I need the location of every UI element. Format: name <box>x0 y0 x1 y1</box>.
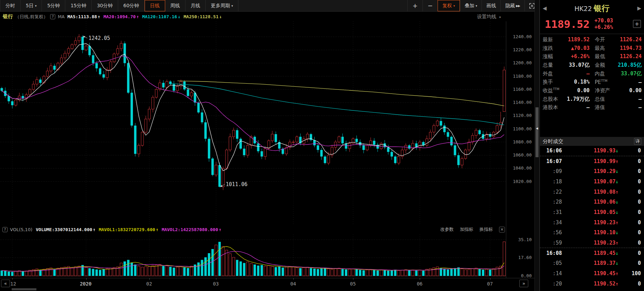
trade-row[interactable]: :201190.52↑0 <box>540 279 644 289</box>
tab-15分钟[interactable]: 15分钟 <box>65 0 92 11</box>
trade-row[interactable]: :281190.06↓0 <box>540 197 644 207</box>
chevron-down-icon: ▾ <box>453 4 455 8</box>
help-icon[interactable]: ? <box>50 14 55 19</box>
tab-30分钟[interactable]: 30分钟 <box>92 0 118 11</box>
stat-cell: PETTM— <box>592 79 644 85</box>
换指标-button[interactable]: 换指标 <box>479 226 493 233</box>
close-indicator-icon[interactable]: × <box>499 227 505 233</box>
indicator-text: MA120:1107.16 <box>142 14 177 19</box>
up-arrow-icon: ↑ <box>615 281 620 287</box>
quote-panel: ◀ HK22 银行 ▶ 1189.52 +70.03 +6.26% + 最新11… <box>539 0 644 291</box>
隐藏-button[interactable]: 隐藏▶▶ <box>500 0 524 11</box>
stat-label: 换手 <box>543 79 553 85</box>
trade-volume: 0 <box>620 229 641 236</box>
quote-title: HK22 银行 <box>550 3 635 14</box>
volume-plot[interactable] <box>0 235 506 278</box>
axis-tick <box>86 278 87 280</box>
detail-button[interactable]: 详 <box>634 138 641 145</box>
stats-grid: 最新1189.52今开1126.24涨跌▲70.03最高1194.73涨幅+6.… <box>540 35 644 112</box>
tab-分时[interactable]: 分时 <box>0 0 21 11</box>
chart-region: 分时5日▾5分钟15分钟30分钟60分钟日线周线月线更多周期▾ +−复权▾叠加▾… <box>0 0 539 291</box>
down-arrow-icon: ↓ <box>615 179 620 184</box>
trade-volume: 0 <box>620 168 641 174</box>
tab-月线[interactable]: 月线 <box>185 0 206 11</box>
volume-axis-label: 35.10 <box>508 237 532 242</box>
trade-price: 1190.05 <box>572 209 615 215</box>
trade-row[interactable]: :051189.37↓0 <box>540 258 644 269</box>
画线-button[interactable]: 画线 <box>482 0 500 11</box>
trade-row[interactable]: :221190.08↑0 <box>540 187 644 197</box>
stat-label: 净资产 <box>595 87 610 94</box>
ma-settings-label: 设置均线 <box>477 14 496 19</box>
date-axis-label: 12 <box>10 281 16 287</box>
volume-header: ? VOL(5,10) VOLUME:3307012144.000↑MAVOL1… <box>0 224 539 235</box>
scrollbar-thumb[interactable] <box>535 107 539 157</box>
scroll-left-button[interactable]: « <box>1 280 10 287</box>
tab-周线[interactable]: 周线 <box>165 0 185 11</box>
stat-value: 33.07亿 <box>621 71 642 77</box>
tab-60分钟[interactable]: 60分钟 <box>118 0 145 11</box>
down-arrow-icon: ↓ <box>615 260 620 266</box>
trade-price: 1190.52 <box>572 281 615 287</box>
tab-5日[interactable]: 5日▾ <box>21 0 42 11</box>
trade-row[interactable]: :141190.45↑100 <box>540 268 644 279</box>
scroll-right-button[interactable]: » <box>519 280 528 287</box>
ma-settings-button[interactable]: 设置均线 ▾ <box>477 14 501 20</box>
toolbar-actions: +−复权▾叠加▾画线隐藏▶▶ <box>407 0 539 11</box>
trade-row[interactable]: :311190.05↓0 <box>540 207 644 217</box>
stat-cell: 外盘— <box>540 71 592 77</box>
stat-label: 总股本 <box>543 96 558 103</box>
prev-stock-arrow-icon[interactable]: ◀ <box>540 5 550 11</box>
叠加-button[interactable]: 叠加▾ <box>460 0 482 11</box>
horizontal-scrollbar-thumb[interactable] <box>12 288 36 290</box>
volume-indicator-label: VOL(5,10) <box>10 227 32 232</box>
复权-button[interactable]: 复权▾ <box>438 0 460 11</box>
trade-volume: 0 <box>620 219 641 226</box>
stat-label: 外盘 <box>543 71 553 77</box>
zoom-in-button[interactable]: + <box>407 0 422 11</box>
tab-日线[interactable]: 日线 <box>145 0 165 11</box>
stat-label: 涨幅 <box>543 53 553 60</box>
tab-5分钟[interactable]: 5分钟 <box>42 0 65 11</box>
stat-value: 33.07亿 <box>569 62 589 68</box>
down-arrow-icon: ↓ <box>615 230 620 235</box>
stat-value: ▲70.03 <box>571 45 589 51</box>
volume-tools: 改参数加指标换指标× <box>440 226 505 233</box>
trade-volume: 0 <box>620 209 641 215</box>
stats-row: 外盘—内盘33.07亿 <box>540 69 644 78</box>
help-icon[interactable]: ? <box>2 227 8 232</box>
collapse-panel-handle[interactable]: ◂ <box>535 125 539 132</box>
main-chart-plot[interactable]: 1242.051011.06 <box>0 21 506 224</box>
indicator-text: VOLUME:3307012144.000 <box>36 227 92 232</box>
trade-row[interactable]: :091190.29↓0 <box>540 166 644 176</box>
stat-cell: 涨幅+6.26% <box>540 53 592 60</box>
trade-row[interactable]: :341190.23↑0 <box>540 217 644 228</box>
trade-row[interactable]: :591190.23↑0 <box>540 238 644 248</box>
tab-label: 更多周期 <box>211 3 230 9</box>
stat-label: 涨跌 <box>543 45 553 52</box>
改参数-button[interactable]: 改参数 <box>440 226 454 233</box>
up-arrow-icon: ↑ <box>98 14 100 19</box>
tab-更多周期[interactable]: 更多周期▾ <box>206 0 239 11</box>
加指标-button[interactable]: 加指标 <box>460 226 473 233</box>
trade-row[interactable]: :561190.10↓0 <box>540 228 644 238</box>
trade-price: 1189.45 <box>572 250 615 256</box>
next-stock-arrow-icon[interactable]: ▶ <box>634 5 644 11</box>
trade-price: 1190.06 <box>572 199 615 205</box>
stat-label: 港值 <box>595 104 605 111</box>
price-axis-label: 1080.00 <box>508 139 532 144</box>
add-to-watchlist-button[interactable]: + <box>633 20 641 28</box>
zoom-out-button[interactable]: − <box>422 0 438 11</box>
indicator-value: MAVOL2:1422587080.000↑ <box>162 227 222 232</box>
trade-row[interactable]: 16:081189.45↓0 <box>540 248 644 258</box>
stat-cell: 最低1126.24 <box>592 53 644 60</box>
trade-row[interactable]: 16:071190.99↑0 <box>540 156 644 166</box>
trade-row[interactable]: :181190.07↓0 <box>540 176 644 187</box>
toolbar: 分时5日▾5分钟15分钟30分钟60分钟日线周线月线更多周期▾ +−复权▾叠加▾… <box>0 0 539 12</box>
date-axis-label: 06 <box>417 281 422 287</box>
stats-row: 总量33.07亿金额210.85亿 <box>540 61 644 69</box>
trade-row[interactable]: 16:061190.93↓0 <box>540 146 644 156</box>
indicator-value: MA250:1128.51↓ <box>184 14 222 19</box>
trade-time: :59 <box>542 240 562 246</box>
up-arrow-icon: ↑ <box>219 227 222 232</box>
